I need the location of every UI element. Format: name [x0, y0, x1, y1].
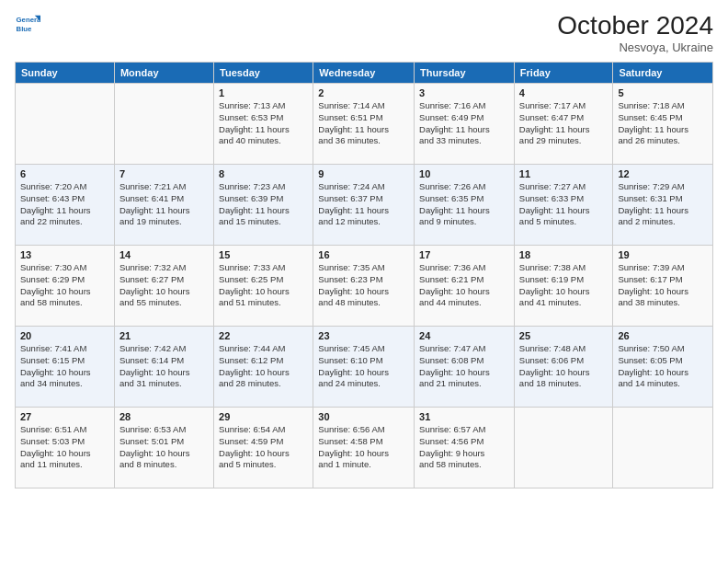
- day-cell: 4Sunrise: 7:17 AM Sunset: 6:47 PM Daylig…: [514, 84, 613, 165]
- day-info: Sunrise: 7:13 AM Sunset: 6:53 PM Dayligh…: [219, 100, 308, 147]
- day-info: Sunrise: 7:50 AM Sunset: 6:05 PM Dayligh…: [618, 343, 708, 390]
- day-cell: 24Sunrise: 7:47 AM Sunset: 6:08 PM Dayli…: [415, 327, 515, 408]
- day-cell: 5Sunrise: 7:18 AM Sunset: 6:45 PM Daylig…: [613, 84, 713, 165]
- day-info: Sunrise: 7:47 AM Sunset: 6:08 PM Dayligh…: [419, 343, 509, 390]
- day-number: 12: [618, 168, 708, 179]
- day-number: 18: [519, 249, 609, 260]
- day-cell: 29Sunrise: 6:54 AM Sunset: 4:59 PM Dayli…: [214, 408, 313, 488]
- day-number: 26: [618, 330, 708, 341]
- day-info: Sunrise: 7:32 AM Sunset: 6:27 PM Dayligh…: [119, 262, 209, 309]
- day-cell: [613, 408, 713, 488]
- month-title: October 2024: [557, 11, 713, 40]
- col-saturday: Saturday: [613, 63, 713, 84]
- day-number: 10: [419, 168, 509, 179]
- day-cell: [114, 84, 213, 165]
- day-number: 25: [519, 330, 609, 341]
- day-cell: 3Sunrise: 7:16 AM Sunset: 6:49 PM Daylig…: [415, 84, 515, 165]
- day-info: Sunrise: 7:39 AM Sunset: 6:17 PM Dayligh…: [618, 262, 708, 309]
- day-cell: 15Sunrise: 7:33 AM Sunset: 6:25 PM Dayli…: [214, 246, 313, 327]
- day-cell: 26Sunrise: 7:50 AM Sunset: 6:05 PM Dayli…: [613, 327, 713, 408]
- day-info: Sunrise: 7:48 AM Sunset: 6:06 PM Dayligh…: [519, 343, 609, 390]
- day-number: 3: [419, 87, 509, 98]
- day-cell: 31Sunrise: 6:57 AM Sunset: 4:56 PM Dayli…: [415, 408, 515, 488]
- day-number: 9: [318, 168, 409, 179]
- day-number: 16: [318, 249, 409, 260]
- svg-text:Blue: Blue: [17, 25, 33, 33]
- logo: General Blue: [15, 11, 40, 37]
- day-number: 29: [219, 411, 308, 422]
- page: General Blue October 2024 Nesvoya, Ukrai…: [0, 0, 728, 563]
- week-row-2: 6Sunrise: 7:20 AM Sunset: 6:43 PM Daylig…: [16, 165, 713, 246]
- header-row: Sunday Monday Tuesday Wednesday Thursday…: [16, 63, 713, 84]
- week-row-3: 13Sunrise: 7:30 AM Sunset: 6:29 PM Dayli…: [16, 246, 713, 327]
- title-block: October 2024 Nesvoya, Ukraine: [557, 11, 713, 54]
- day-cell: 10Sunrise: 7:26 AM Sunset: 6:35 PM Dayli…: [415, 165, 515, 246]
- day-info: Sunrise: 7:33 AM Sunset: 6:25 PM Dayligh…: [219, 262, 308, 309]
- day-cell: [514, 408, 613, 488]
- day-number: 28: [119, 411, 209, 422]
- day-cell: 18Sunrise: 7:38 AM Sunset: 6:19 PM Dayli…: [514, 246, 613, 327]
- day-info: Sunrise: 7:45 AM Sunset: 6:10 PM Dayligh…: [318, 343, 409, 390]
- day-number: 14: [119, 249, 209, 260]
- day-cell: 2Sunrise: 7:14 AM Sunset: 6:51 PM Daylig…: [313, 84, 415, 165]
- day-cell: 20Sunrise: 7:41 AM Sunset: 6:15 PM Dayli…: [16, 327, 115, 408]
- day-cell: 25Sunrise: 7:48 AM Sunset: 6:06 PM Dayli…: [514, 327, 613, 408]
- day-number: 5: [618, 87, 708, 98]
- day-info: Sunrise: 7:17 AM Sunset: 6:47 PM Dayligh…: [519, 100, 609, 147]
- day-info: Sunrise: 7:24 AM Sunset: 6:37 PM Dayligh…: [318, 181, 409, 228]
- day-cell: 6Sunrise: 7:20 AM Sunset: 6:43 PM Daylig…: [16, 165, 115, 246]
- day-cell: 23Sunrise: 7:45 AM Sunset: 6:10 PM Dayli…: [313, 327, 415, 408]
- day-cell: 19Sunrise: 7:39 AM Sunset: 6:17 PM Dayli…: [613, 246, 713, 327]
- day-number: 19: [618, 249, 708, 260]
- day-number: 30: [318, 411, 409, 422]
- day-cell: [16, 84, 115, 165]
- day-info: Sunrise: 7:21 AM Sunset: 6:41 PM Dayligh…: [119, 181, 209, 228]
- day-info: Sunrise: 7:23 AM Sunset: 6:39 PM Dayligh…: [219, 181, 308, 228]
- day-info: Sunrise: 7:35 AM Sunset: 6:23 PM Dayligh…: [318, 262, 409, 309]
- day-number: 7: [119, 168, 209, 179]
- day-info: Sunrise: 7:20 AM Sunset: 6:43 PM Dayligh…: [20, 181, 109, 228]
- col-tuesday: Tuesday: [214, 63, 313, 84]
- day-number: 22: [219, 330, 308, 341]
- day-number: 8: [219, 168, 308, 179]
- day-cell: 12Sunrise: 7:29 AM Sunset: 6:31 PM Dayli…: [613, 165, 713, 246]
- day-cell: 21Sunrise: 7:42 AM Sunset: 6:14 PM Dayli…: [114, 327, 213, 408]
- day-number: 24: [419, 330, 509, 341]
- day-info: Sunrise: 6:56 AM Sunset: 4:58 PM Dayligh…: [318, 424, 409, 471]
- day-cell: 27Sunrise: 6:51 AM Sunset: 5:03 PM Dayli…: [16, 408, 115, 488]
- day-cell: 8Sunrise: 7:23 AM Sunset: 6:39 PM Daylig…: [214, 165, 313, 246]
- header: General Blue October 2024 Nesvoya, Ukrai…: [15, 11, 713, 54]
- day-cell: 1Sunrise: 7:13 AM Sunset: 6:53 PM Daylig…: [214, 84, 313, 165]
- day-cell: 28Sunrise: 6:53 AM Sunset: 5:01 PM Dayli…: [114, 408, 213, 488]
- day-number: 11: [519, 168, 609, 179]
- day-number: 13: [20, 249, 109, 260]
- day-number: 21: [119, 330, 209, 341]
- day-info: Sunrise: 7:42 AM Sunset: 6:14 PM Dayligh…: [119, 343, 209, 390]
- day-info: Sunrise: 7:38 AM Sunset: 6:19 PM Dayligh…: [519, 262, 609, 309]
- day-cell: 11Sunrise: 7:27 AM Sunset: 6:33 PM Dayli…: [514, 165, 613, 246]
- week-row-4: 20Sunrise: 7:41 AM Sunset: 6:15 PM Dayli…: [16, 327, 713, 408]
- day-number: 23: [318, 330, 409, 341]
- day-info: Sunrise: 7:14 AM Sunset: 6:51 PM Dayligh…: [318, 100, 409, 147]
- day-cell: 17Sunrise: 7:36 AM Sunset: 6:21 PM Dayli…: [415, 246, 515, 327]
- calendar-table: Sunday Monday Tuesday Wednesday Thursday…: [15, 62, 713, 488]
- day-number: 31: [419, 411, 509, 422]
- day-number: 17: [419, 249, 509, 260]
- day-cell: 9Sunrise: 7:24 AM Sunset: 6:37 PM Daylig…: [313, 165, 415, 246]
- week-row-5: 27Sunrise: 6:51 AM Sunset: 5:03 PM Dayli…: [16, 408, 713, 488]
- day-number: 2: [318, 87, 409, 98]
- day-info: Sunrise: 7:44 AM Sunset: 6:12 PM Dayligh…: [219, 343, 308, 390]
- location: Nesvoya, Ukraine: [557, 40, 713, 54]
- day-info: Sunrise: 7:36 AM Sunset: 6:21 PM Dayligh…: [419, 262, 509, 309]
- day-cell: 30Sunrise: 6:56 AM Sunset: 4:58 PM Dayli…: [313, 408, 415, 488]
- col-monday: Monday: [114, 63, 213, 84]
- day-info: Sunrise: 6:57 AM Sunset: 4:56 PM Dayligh…: [419, 424, 509, 471]
- day-info: Sunrise: 6:54 AM Sunset: 4:59 PM Dayligh…: [219, 424, 308, 471]
- day-number: 27: [20, 411, 109, 422]
- day-number: 15: [219, 249, 308, 260]
- day-info: Sunrise: 7:27 AM Sunset: 6:33 PM Dayligh…: [519, 181, 609, 228]
- day-info: Sunrise: 7:30 AM Sunset: 6:29 PM Dayligh…: [20, 262, 109, 309]
- day-cell: 22Sunrise: 7:44 AM Sunset: 6:12 PM Dayli…: [214, 327, 313, 408]
- day-info: Sunrise: 7:18 AM Sunset: 6:45 PM Dayligh…: [618, 100, 708, 147]
- day-cell: 14Sunrise: 7:32 AM Sunset: 6:27 PM Dayli…: [114, 246, 213, 327]
